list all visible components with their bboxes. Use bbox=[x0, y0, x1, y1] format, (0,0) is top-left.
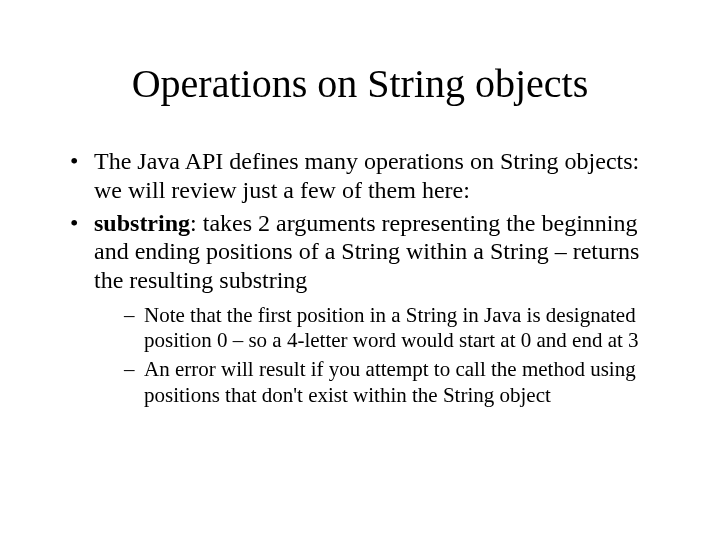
bullet-list: The Java API defines many operations on … bbox=[70, 147, 670, 408]
sub-bullet-list: Note that the first position in a String… bbox=[124, 303, 670, 408]
bullet-bold-lead: substring bbox=[94, 210, 190, 236]
sub-bullet-item: Note that the first position in a String… bbox=[124, 303, 670, 353]
sub-bullet-text: An error will result if you attempt to c… bbox=[144, 357, 636, 406]
sub-bullet-text: Note that the first position in a String… bbox=[144, 303, 639, 352]
sub-bullet-item: An error will result if you attempt to c… bbox=[124, 357, 670, 407]
slide: Operations on String objects The Java AP… bbox=[0, 0, 720, 540]
bullet-item: substring: takes 2 arguments representin… bbox=[70, 209, 670, 408]
slide-title: Operations on String objects bbox=[50, 60, 670, 107]
bullet-text: The Java API defines many operations on … bbox=[94, 148, 639, 203]
bullet-item: The Java API defines many operations on … bbox=[70, 147, 670, 205]
